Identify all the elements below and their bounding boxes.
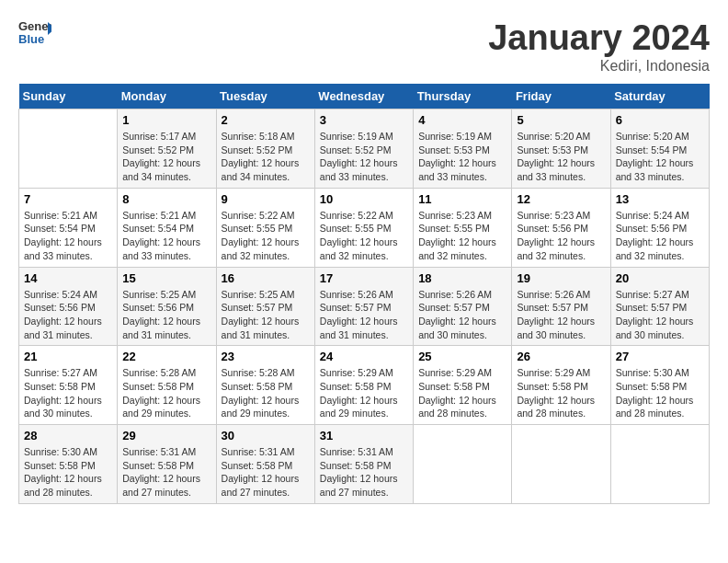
day-number: 21 xyxy=(24,350,112,363)
day-info: Sunrise: 5:29 AMSunset: 5:58 PMDaylight:… xyxy=(320,366,408,420)
day-cell: 13Sunrise: 5:24 AMSunset: 5:56 PMDayligh… xyxy=(610,188,709,267)
day-info: Sunrise: 5:23 AMSunset: 5:55 PMDaylight:… xyxy=(418,209,506,263)
week-row-3: 21Sunrise: 5:27 AMSunset: 5:58 PMDayligh… xyxy=(19,346,710,425)
day-number: 3 xyxy=(320,113,408,127)
day-cell: 17Sunrise: 5:26 AMSunset: 5:57 PMDayligh… xyxy=(314,267,413,346)
day-info: Sunrise: 5:27 AMSunset: 5:57 PMDaylight:… xyxy=(616,288,704,342)
day-number: 31 xyxy=(320,429,408,442)
day-cell: 9Sunrise: 5:22 AMSunset: 5:55 PMDaylight… xyxy=(216,188,314,267)
day-cell: 11Sunrise: 5:23 AMSunset: 5:55 PMDayligh… xyxy=(414,188,512,267)
day-info: Sunrise: 5:30 AMSunset: 5:58 PMDaylight:… xyxy=(24,445,112,500)
day-number: 30 xyxy=(222,429,310,442)
day-number: 26 xyxy=(517,350,605,363)
day-cell: 26Sunrise: 5:29 AMSunset: 5:58 PMDayligh… xyxy=(512,346,610,425)
day-info: Sunrise: 5:25 AMSunset: 5:56 PMDaylight:… xyxy=(122,288,210,342)
day-number: 5 xyxy=(517,113,605,127)
day-cell: 18Sunrise: 5:26 AMSunset: 5:57 PMDayligh… xyxy=(414,267,512,346)
day-number: 16 xyxy=(222,271,310,285)
day-info: Sunrise: 5:26 AMSunset: 5:57 PMDaylight:… xyxy=(418,288,506,342)
day-info: Sunrise: 5:17 AMSunset: 5:52 PMDaylight:… xyxy=(122,130,210,184)
day-number: 23 xyxy=(222,350,310,363)
day-cell: 14Sunrise: 5:24 AMSunset: 5:56 PMDayligh… xyxy=(19,267,118,346)
day-number: 6 xyxy=(616,113,704,127)
calendar-title: January 2024 xyxy=(488,18,710,58)
day-info: Sunrise: 5:28 AMSunset: 5:58 PMDaylight:… xyxy=(222,366,310,420)
day-cell: 30Sunrise: 5:31 AMSunset: 5:58 PMDayligh… xyxy=(216,425,314,504)
day-info: Sunrise: 5:22 AMSunset: 5:55 PMDaylight:… xyxy=(320,209,408,263)
day-cell: 7Sunrise: 5:21 AMSunset: 5:54 PMDaylight… xyxy=(19,188,118,267)
day-number: 27 xyxy=(616,350,704,363)
svg-text:Blue: Blue xyxy=(18,32,44,46)
day-number: 19 xyxy=(517,271,605,285)
day-number: 25 xyxy=(418,350,506,363)
weekday-header-sunday: Sunday xyxy=(19,84,118,109)
weekday-header-wednesday: Wednesday xyxy=(314,84,413,109)
weekday-header-tuesday: Tuesday xyxy=(216,84,314,109)
day-info: Sunrise: 5:19 AMSunset: 5:53 PMDaylight:… xyxy=(418,130,506,184)
calendar-table: SundayMondayTuesdayWednesdayThursdayFrid… xyxy=(18,84,710,504)
day-info: Sunrise: 5:31 AMSunset: 5:58 PMDaylight:… xyxy=(320,445,408,500)
title-area: January 2024 Kediri, Indonesia xyxy=(488,18,710,75)
day-info: Sunrise: 5:21 AMSunset: 5:54 PMDaylight:… xyxy=(24,209,112,263)
day-info: Sunrise: 5:22 AMSunset: 5:55 PMDaylight:… xyxy=(222,209,310,263)
logo-svg: General Blue xyxy=(18,18,51,46)
day-info: Sunrise: 5:19 AMSunset: 5:52 PMDaylight:… xyxy=(320,130,408,184)
day-info: Sunrise: 5:26 AMSunset: 5:57 PMDaylight:… xyxy=(517,288,605,342)
day-cell: 29Sunrise: 5:31 AMSunset: 5:58 PMDayligh… xyxy=(118,425,216,504)
day-cell: 27Sunrise: 5:30 AMSunset: 5:58 PMDayligh… xyxy=(610,346,709,425)
week-row-0: 1Sunrise: 5:17 AMSunset: 5:52 PMDaylight… xyxy=(19,109,710,189)
day-number: 18 xyxy=(418,271,506,285)
day-number: 12 xyxy=(517,192,605,206)
day-cell: 12Sunrise: 5:23 AMSunset: 5:56 PMDayligh… xyxy=(512,188,610,267)
day-cell: 10Sunrise: 5:22 AMSunset: 5:55 PMDayligh… xyxy=(314,188,413,267)
day-cell xyxy=(610,425,709,504)
day-cell: 3Sunrise: 5:19 AMSunset: 5:52 PMDaylight… xyxy=(314,109,413,189)
day-cell: 23Sunrise: 5:28 AMSunset: 5:58 PMDayligh… xyxy=(216,346,314,425)
day-cell: 24Sunrise: 5:29 AMSunset: 5:58 PMDayligh… xyxy=(314,346,413,425)
day-info: Sunrise: 5:27 AMSunset: 5:58 PMDaylight:… xyxy=(24,366,112,420)
calendar-body: 1Sunrise: 5:17 AMSunset: 5:52 PMDaylight… xyxy=(19,109,710,504)
day-cell: 22Sunrise: 5:28 AMSunset: 5:58 PMDayligh… xyxy=(118,346,216,425)
day-number: 9 xyxy=(222,192,310,206)
day-number: 28 xyxy=(24,429,112,442)
day-cell: 4Sunrise: 5:19 AMSunset: 5:53 PMDaylight… xyxy=(414,109,512,189)
day-info: Sunrise: 5:20 AMSunset: 5:54 PMDaylight:… xyxy=(616,130,704,184)
day-info: Sunrise: 5:31 AMSunset: 5:58 PMDaylight:… xyxy=(122,445,210,500)
day-number: 13 xyxy=(616,192,704,206)
day-number: 24 xyxy=(320,350,408,363)
day-cell: 31Sunrise: 5:31 AMSunset: 5:58 PMDayligh… xyxy=(314,425,413,504)
day-info: Sunrise: 5:29 AMSunset: 5:58 PMDaylight:… xyxy=(418,366,506,420)
day-cell: 2Sunrise: 5:18 AMSunset: 5:52 PMDaylight… xyxy=(216,109,314,189)
day-number: 15 xyxy=(122,271,210,285)
day-number: 2 xyxy=(222,113,310,127)
day-info: Sunrise: 5:20 AMSunset: 5:53 PMDaylight:… xyxy=(517,130,605,184)
day-cell: 25Sunrise: 5:29 AMSunset: 5:58 PMDayligh… xyxy=(414,346,512,425)
day-cell xyxy=(512,425,610,504)
day-cell: 19Sunrise: 5:26 AMSunset: 5:57 PMDayligh… xyxy=(512,267,610,346)
day-cell: 8Sunrise: 5:21 AMSunset: 5:54 PMDaylight… xyxy=(118,188,216,267)
day-cell: 28Sunrise: 5:30 AMSunset: 5:58 PMDayligh… xyxy=(19,425,118,504)
day-cell: 21Sunrise: 5:27 AMSunset: 5:58 PMDayligh… xyxy=(19,346,118,425)
day-info: Sunrise: 5:28 AMSunset: 5:58 PMDaylight:… xyxy=(122,366,210,420)
day-cell: 16Sunrise: 5:25 AMSunset: 5:57 PMDayligh… xyxy=(216,267,314,346)
day-number: 14 xyxy=(24,271,112,285)
day-number: 29 xyxy=(122,429,210,442)
day-info: Sunrise: 5:24 AMSunset: 5:56 PMDaylight:… xyxy=(24,288,112,342)
day-number: 8 xyxy=(122,192,210,206)
day-cell xyxy=(19,109,118,189)
day-info: Sunrise: 5:29 AMSunset: 5:58 PMDaylight:… xyxy=(517,366,605,420)
day-cell xyxy=(414,425,512,504)
weekday-header-monday: Monday xyxy=(118,84,216,109)
day-info: Sunrise: 5:24 AMSunset: 5:56 PMDaylight:… xyxy=(616,209,704,263)
weekday-header-thursday: Thursday xyxy=(414,84,512,109)
day-info: Sunrise: 5:31 AMSunset: 5:58 PMDaylight:… xyxy=(222,445,310,500)
day-cell: 20Sunrise: 5:27 AMSunset: 5:57 PMDayligh… xyxy=(610,267,709,346)
day-number: 22 xyxy=(122,350,210,363)
weekday-header-row: SundayMondayTuesdayWednesdayThursdayFrid… xyxy=(19,84,710,109)
week-row-4: 28Sunrise: 5:30 AMSunset: 5:58 PMDayligh… xyxy=(19,425,710,504)
day-number: 10 xyxy=(320,192,408,206)
day-number: 20 xyxy=(616,271,704,285)
day-number: 1 xyxy=(122,113,210,127)
logo: General Blue xyxy=(18,18,51,46)
day-info: Sunrise: 5:21 AMSunset: 5:54 PMDaylight:… xyxy=(122,209,210,263)
